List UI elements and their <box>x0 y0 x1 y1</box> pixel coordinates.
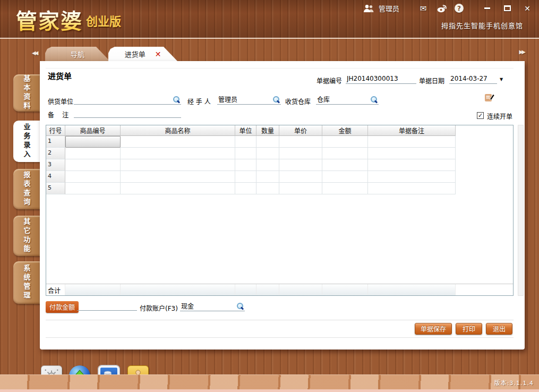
banner-divider <box>0 38 539 39</box>
doc-no-input[interactable] <box>346 74 416 83</box>
sidebar-item-basic-data[interactable]: 基本资料 <box>13 74 40 112</box>
warehouse-input[interactable] <box>316 95 379 104</box>
payment-amount-button[interactable]: 付款金额 <box>46 301 79 313</box>
payment-amount-input[interactable] <box>77 301 137 310</box>
cell-doc-remark[interactable] <box>368 171 456 183</box>
cell-unit-price[interactable] <box>279 148 322 159</box>
col-header-product-code[interactable]: 商品编号 <box>65 125 121 136</box>
cell-product-name[interactable] <box>121 148 235 159</box>
total-product-name <box>121 284 235 295</box>
title-banner: 管家婆创业版 管理员 ✉ ? <box>0 0 539 38</box>
weibo-icon[interactable] <box>436 4 448 13</box>
cell-amount[interactable] <box>322 183 368 194</box>
col-header-unit-price[interactable]: 单价 <box>279 125 322 136</box>
cell-product-name[interactable] <box>121 183 235 194</box>
handler-search-icon[interactable] <box>273 96 280 103</box>
sidebar-item-label: 基本资料 <box>22 75 32 111</box>
current-user[interactable]: 管理员 <box>363 3 399 13</box>
exit-button[interactable]: 退出 <box>486 323 512 335</box>
date-dropdown-icon[interactable]: ▼ <box>500 77 503 82</box>
cell-product-name[interactable] <box>121 171 235 183</box>
remark-input[interactable] <box>74 108 181 117</box>
table-row: 1 <box>46 136 513 148</box>
cell-quantity[interactable] <box>256 183 279 194</box>
cell-amount[interactable] <box>322 159 368 171</box>
col-header-quantity[interactable]: 数量 <box>256 125 279 136</box>
cell-quantity[interactable] <box>256 148 279 159</box>
cell-unit[interactable] <box>235 183 256 194</box>
payment-account-input[interactable] <box>180 301 245 310</box>
doc-no-label: 单据编号 <box>316 76 342 85</box>
cell-doc-remark[interactable] <box>368 183 456 194</box>
cell-doc-remark[interactable] <box>368 159 456 171</box>
titlebar-controls: 管理员 ✉ ? ✕ <box>363 3 534 13</box>
cell-quantity[interactable] <box>256 171 279 183</box>
table-empty-space <box>46 194 513 284</box>
continuous-checkbox[interactable]: ✓ <box>477 112 484 119</box>
payment-account-search-icon[interactable] <box>237 303 244 310</box>
col-header-amount[interactable]: 金额 <box>322 125 368 136</box>
col-header-product-name[interactable]: 商品名称 <box>121 125 235 136</box>
row-number: 5 <box>46 183 65 194</box>
close-button[interactable]: ✕ <box>521 4 534 13</box>
tab-purchase-order[interactable]: 进货单 ✕ <box>108 47 177 61</box>
cell-product-name[interactable] <box>121 136 235 148</box>
cell-doc-remark[interactable] <box>368 136 456 148</box>
tab-navigation[interactable]: 导航 <box>45 47 110 61</box>
cell-amount[interactable] <box>322 171 368 183</box>
doc-no-field <box>346 74 416 84</box>
bottom-strip <box>0 389 539 392</box>
table-row: 2 <box>46 148 513 159</box>
cell-unit-price[interactable] <box>279 183 322 194</box>
warehouse-search-icon[interactable] <box>371 96 378 103</box>
supplier-field <box>74 95 181 105</box>
col-header-row-no[interactable]: 行号 <box>46 125 65 136</box>
cell-doc-remark[interactable] <box>368 148 456 159</box>
cell-product-code-focused[interactable] <box>65 136 121 148</box>
cell-quantity[interactable] <box>256 136 279 148</box>
action-buttons: 单据保存 打印 退出 <box>415 323 512 335</box>
supplier-input[interactable] <box>74 95 181 104</box>
sidebar-item-report-query[interactable]: 报表查询 <box>13 169 40 209</box>
cell-amount[interactable] <box>322 148 368 159</box>
cell-unit[interactable] <box>235 136 256 148</box>
col-header-doc-remark[interactable]: 单据备注 <box>368 125 456 136</box>
cell-quantity[interactable] <box>256 159 279 171</box>
row-number: 2 <box>46 148 65 159</box>
cell-unit-price[interactable] <box>279 159 322 171</box>
tab-close-icon[interactable]: ✕ <box>155 50 161 58</box>
sidebar-item-business-entry[interactable]: 业务录入 <box>13 121 40 162</box>
edit-icon[interactable] <box>484 92 495 103</box>
cell-unit-price[interactable] <box>279 136 322 148</box>
col-header-unit[interactable]: 单位 <box>235 125 256 136</box>
cell-product-code[interactable] <box>65 183 121 194</box>
cell-product-code[interactable] <box>65 159 121 171</box>
row-number: 4 <box>46 171 65 183</box>
sidebar-item-other-functions[interactable]: 其它功能 <box>13 216 40 256</box>
cell-unit[interactable] <box>235 148 256 159</box>
supplier-search-icon[interactable] <box>173 96 180 103</box>
tab-scroll-right-icon[interactable]: ▶▶ <box>519 49 524 55</box>
cell-product-name[interactable] <box>121 159 235 171</box>
panel-scrollbar[interactable] <box>518 125 524 296</box>
help-icon[interactable]: ? <box>455 4 464 13</box>
cell-unit[interactable] <box>235 171 256 183</box>
cell-unit-price[interactable] <box>279 171 322 183</box>
print-button[interactable]: 打印 <box>456 323 482 335</box>
maximize-button[interactable] <box>501 4 514 13</box>
cell-product-code[interactable] <box>65 148 121 159</box>
tab-scroll-left-icon[interactable]: ◀◀ <box>32 50 37 56</box>
save-button[interactable]: 单据保存 <box>415 323 452 335</box>
total-filler <box>456 284 513 295</box>
payment-account-label: 付款账户(F3) <box>140 303 178 312</box>
mail-icon[interactable]: ✉ <box>417 4 429 13</box>
cell-product-code[interactable] <box>65 171 121 183</box>
continuous-label[interactable]: 连续开单 <box>487 112 512 121</box>
sidebar-item-system-management[interactable]: 系统管理 <box>13 261 40 304</box>
cell-unit[interactable] <box>235 159 256 171</box>
cell-amount[interactable] <box>322 136 368 148</box>
doc-date-input[interactable] <box>449 74 497 83</box>
cell-filler <box>456 183 513 194</box>
handler-input[interactable] <box>217 95 281 104</box>
minimize-button[interactable] <box>481 4 493 13</box>
